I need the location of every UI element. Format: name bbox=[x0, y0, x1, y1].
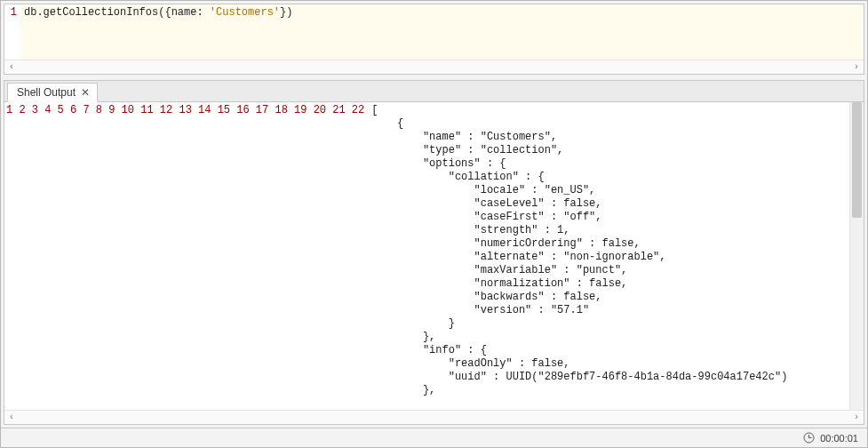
tab-label: Shell Output bbox=[17, 86, 76, 99]
editor-horizontal-scrollbar[interactable]: ‹ › bbox=[4, 60, 864, 74]
output-tabbar: Shell Output ✕ bbox=[4, 81, 864, 102]
tab-shell-output[interactable]: Shell Output ✕ bbox=[7, 83, 98, 102]
output-vertical-scrollbar[interactable] bbox=[849, 102, 864, 410]
editor-gutter: 1 bbox=[4, 4, 20, 60]
elapsed-time: 00:00:01 bbox=[820, 433, 858, 444]
clock-icon bbox=[803, 432, 815, 444]
scroll-right-icon[interactable]: › bbox=[851, 412, 862, 423]
output-body: 1 2 3 4 5 6 7 8 9 10 11 12 13 14 15 16 1… bbox=[4, 102, 864, 410]
close-icon[interactable]: ✕ bbox=[81, 86, 90, 99]
status-bar: 00:00:01 bbox=[1, 428, 867, 447]
output-pane: Shell Output ✕ 1 2 3 4 5 6 7 8 9 10 11 1… bbox=[4, 80, 864, 425]
app-window: 1 db.getCollectionInfos({name: 'Customer… bbox=[0, 0, 868, 448]
editor-code[interactable]: db.getCollectionInfos({name: 'Customers'… bbox=[20, 4, 864, 60]
output-horizontal-scrollbar[interactable]: ‹ › bbox=[4, 410, 864, 424]
scroll-left-icon[interactable]: ‹ bbox=[6, 412, 17, 423]
output-gutter: 1 2 3 4 5 6 7 8 9 10 11 12 13 14 15 16 1… bbox=[4, 102, 368, 410]
scroll-left-icon[interactable]: ‹ bbox=[6, 62, 17, 73]
editor-pane: 1 db.getCollectionInfos({name: 'Customer… bbox=[4, 4, 864, 75]
scrollbar-thumb[interactable] bbox=[852, 102, 862, 218]
output-code[interactable]: [ { "name" : "Customers", "type" : "coll… bbox=[368, 102, 849, 410]
scroll-right-icon[interactable]: › bbox=[851, 62, 862, 73]
editor-body: 1 db.getCollectionInfos({name: 'Customer… bbox=[4, 4, 864, 60]
